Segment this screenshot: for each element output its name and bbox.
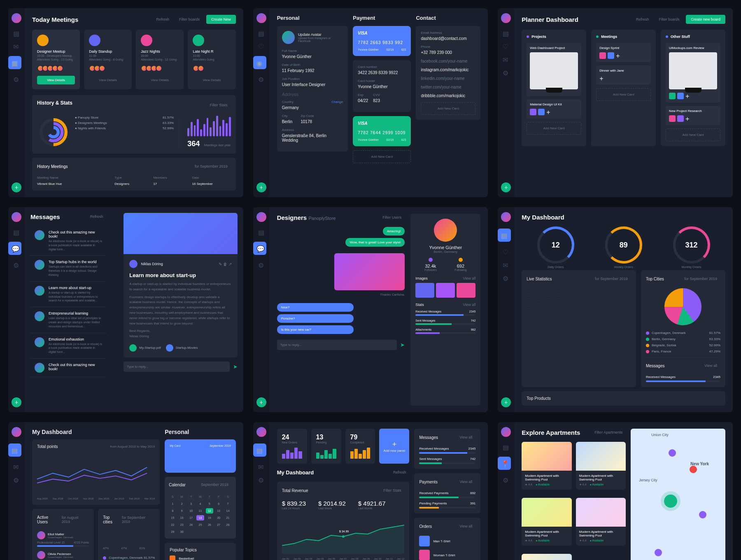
filter-button[interactable]: Filter boards [176, 16, 203, 23]
meeting-card[interactable]: Jazz Nights 20:00 Attendees Going - 12 G… [136, 30, 184, 89]
message-item[interactable]: Check out this amazing new book!An elect… [30, 226, 106, 256]
svg-marker-4 [282, 525, 405, 553]
view-details-button[interactable]: View Details [37, 76, 75, 84]
apartment-card[interactable]: Modern Apartment with Swimming Pool★ 4.4… [522, 498, 571, 546]
message-item[interactable]: Check out this amazing new book! [30, 359, 106, 377]
apartment-card[interactable]: Modern Apartment with Swimming Pool★ 4.4… [522, 554, 571, 560]
page-title: Today Meetings [32, 16, 78, 23]
meeting-card[interactable]: Late Night R 22:00 Attendees Going View … [188, 30, 235, 89]
add-panel-button[interactable]: +Add new panel [379, 429, 409, 464]
dashboard-designers: ▤💬⚙+ Designers PanoplyStoreFilter Users … [253, 207, 488, 412]
world-map: ·· ····· ·· ··········· ··· ····· ······… [527, 288, 631, 312]
credit-card[interactable]: VISA 7782 2663 9833 992 Yvonne Günther02… [353, 26, 411, 56]
apartment-card[interactable]: Modern Apartment with Swimming Pool★ 4.4… [576, 498, 626, 546]
view-details-button[interactable]: View Details [141, 76, 179, 84]
donut-chart [37, 116, 70, 149]
sidebar: ▤♡ ◉ ⚙ + [253, 8, 270, 197]
map[interactable]: Union City Jersey City New York BROOKLYN [631, 429, 725, 560]
view-details-button[interactable]: View Details [193, 76, 231, 84]
filter-stats-button[interactable]: Filter Stats [207, 101, 231, 109]
apartment-card[interactable]: Modern Apartment with Swimming Pool★ 4.4… [576, 442, 626, 490]
pie-chart [664, 288, 701, 325]
avatar[interactable] [12, 13, 21, 23]
chat-image [334, 253, 405, 290]
reply-input[interactable] [277, 340, 397, 350]
reply-input[interactable] [124, 362, 229, 372]
edit-icon[interactable]: ✎ 🗑 ↗ [219, 262, 232, 266]
page-title: Planner Dashboard [522, 16, 578, 23]
apartment-card[interactable]: Modern Apartment with Swimming Pool★ 4.4… [522, 442, 571, 490]
planner-card[interactable]: Material Design UI Kit+ [527, 99, 581, 119]
add-card-button[interactable]: Add New Card [353, 150, 411, 163]
svg-text:$ 34.99: $ 34.99 [339, 530, 349, 533]
message-item[interactable]: Entrepreneurial learningLean startup is … [30, 307, 106, 333]
calendar-icon[interactable]: ▦ [8, 56, 21, 69]
add-button[interactable]: + [12, 182, 21, 192]
mail-icon[interactable]: ✉ [13, 43, 20, 49]
dashboard-meetings: ▤ ✉ ▦ ⚙ + Today Meetings Refresh Filter … [8, 8, 243, 197]
line-chart [37, 455, 155, 496]
sidebar: ▤ ✉ ▦ ⚙ + [8, 8, 25, 197]
gear-icon[interactable]: ⚙ [13, 76, 20, 82]
message-item[interactable]: Emotional exhaustionAn electronic book (… [30, 333, 106, 359]
dashboard-analytics: ▤♡✉⚙+ My Dashboard 12Daily Orders 89Week… [498, 207, 733, 412]
message-item[interactable]: Learn more about start-upA startup or st… [30, 282, 106, 307]
dashboard-apartments: ▤📍⚙+ Explore ApartmentsFilter Apartments… [498, 422, 733, 560]
svg-point-3 [49, 128, 58, 137]
meeting-icon [89, 35, 100, 46]
meeting-icon [141, 35, 152, 46]
map-pin[interactable] [669, 449, 676, 457]
dashboard-profile: ▤♡ ◉ ⚙ + Personal Update AvatarUpload fr… [253, 8, 488, 197]
send-icon[interactable]: ➤ [233, 362, 238, 372]
dashboard-messages: ▤💬⚙+ MessagesRefresh Check out this amaz… [8, 207, 243, 412]
profile-avatar[interactable] [282, 31, 295, 44]
add-button[interactable]: + [256, 182, 266, 192]
user-icon[interactable]: ◉ [253, 56, 266, 69]
credit-card[interactable]: VISA 7782 7644 2999 1009 Yvonne Günther0… [353, 116, 411, 146]
chart-icon[interactable]: ▤ [13, 30, 20, 36]
profile-avatar [434, 219, 457, 242]
article-hero [124, 213, 237, 254]
order-item[interactable]: Man T-Shirt [419, 536, 475, 546]
history-title: History & Stats [37, 100, 72, 106]
dashboard-personal: ▤✉⚙+ My Dashboard Total pointsfrom Augus… [8, 422, 243, 560]
area-chart: $ 34.99 [282, 515, 405, 556]
bar-chart [187, 116, 231, 136]
svg-point-5 [342, 535, 345, 538]
planner-card[interactable]: Web Dashboard Project [527, 43, 581, 96]
map-pin[interactable] [690, 466, 697, 473]
location-icon[interactable]: 📍 [498, 457, 511, 470]
message-item[interactable]: Top Startup hubs in the worldStartups ca… [30, 256, 106, 281]
meeting-icon [193, 35, 204, 46]
create-button[interactable]: Create New [206, 15, 236, 24]
view-details-button[interactable]: View Details [89, 76, 127, 84]
send-icon[interactable]: ➤ [400, 340, 405, 350]
avatar[interactable] [256, 13, 266, 23]
dashboard-planner: ▤♡✉⚙+ Planner Dashboard RefreshFilter bo… [498, 8, 733, 197]
chat-icon[interactable]: 💬 [8, 242, 21, 255]
ring-chart: 12Daily Orders [537, 226, 574, 264]
map-pin[interactable] [655, 549, 662, 556]
map-pin-active[interactable] [664, 495, 677, 508]
refresh-button[interactable]: Refresh [153, 16, 173, 23]
order-item[interactable]: Woman T-Shirt [419, 550, 475, 560]
chart-icon[interactable]: ▤ [498, 229, 511, 242]
meeting-card[interactable]: Daily Standup 11:00 Attendees Going - 8 … [84, 30, 132, 89]
map-pin[interactable] [699, 511, 706, 518]
dashboard-revenue: ▤✉⚙+ 24New Orders 13Pending 79Completed … [253, 422, 488, 560]
meeting-icon [37, 35, 49, 46]
meeting-card[interactable]: Designer Meetup 10:00 - Developers Meetu… [32, 30, 80, 89]
